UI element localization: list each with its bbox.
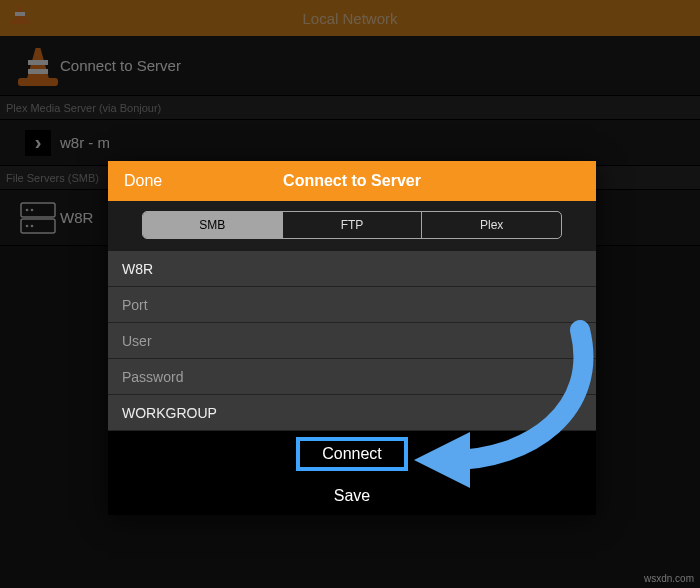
dialog-header: Done Connect to Server <box>108 161 596 201</box>
save-button[interactable]: Save <box>108 477 596 515</box>
seg-plex[interactable]: Plex <box>421 212 561 238</box>
seg-smb[interactable]: SMB <box>143 212 282 238</box>
connect-label: Connect <box>322 445 382 463</box>
user-field[interactable]: User <box>108 323 596 359</box>
port-field[interactable]: Port <box>108 287 596 323</box>
watermark: wsxdn.com <box>644 573 694 584</box>
segmented-control-wrap: SMB FTP Plex <box>108 201 596 251</box>
dialog-title: Connect to Server <box>108 172 596 190</box>
workgroup-field[interactable]: WORKGROUP <box>108 395 596 431</box>
connect-button[interactable]: Connect <box>108 431 596 477</box>
host-field[interactable]: W8R <box>108 251 596 287</box>
seg-ftp[interactable]: FTP <box>282 212 422 238</box>
segmented-control: SMB FTP Plex <box>142 211 562 239</box>
done-button[interactable]: Done <box>108 172 162 190</box>
connect-highlight: Connect <box>296 437 408 471</box>
connect-dialog: Done Connect to Server SMB FTP Plex W8R … <box>108 161 596 515</box>
password-field[interactable]: Password <box>108 359 596 395</box>
app-root: Local Network Connect to Server Plex Med… <box>0 0 700 588</box>
